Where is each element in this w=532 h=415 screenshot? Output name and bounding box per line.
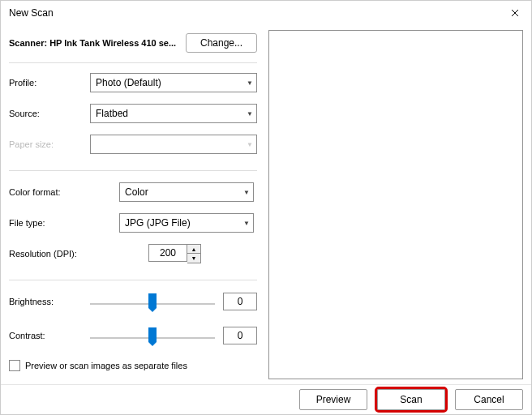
resolution-spinner: ▲ ▼ [187, 244, 201, 263]
source-value: Flatbed [96, 108, 128, 119]
divider [9, 280, 257, 280]
profile-label: Profile: [9, 78, 90, 88]
chevron-down-icon: ▼ [247, 110, 253, 118]
color-format-label: Color format: [9, 187, 119, 197]
chevron-down-icon: ▼ [243, 220, 250, 227]
slider-thumb[interactable] [148, 293, 157, 308]
cancel-button[interactable]: Cancel [455, 389, 523, 410]
resolution-input[interactable] [148, 244, 187, 262]
scanner-label: Scanner: HP Ink Tank Wireless 410 se... [9, 38, 176, 48]
paper-size-select: ▼ [90, 135, 257, 154]
close-icon [511, 9, 519, 17]
source-label: Source: [9, 109, 90, 118]
brightness-input[interactable] [223, 293, 257, 310]
content-area: Scanner: HP Ink Tank Wireless 410 se... … [1, 25, 531, 384]
brightness-label: Brightness: [9, 297, 90, 306]
chevron-down-icon: ▼ [247, 141, 253, 148]
color-format-select[interactable]: Color ▼ [119, 182, 254, 202]
spin-down-button[interactable]: ▼ [187, 254, 200, 263]
contrast-slider[interactable] [90, 326, 215, 345]
settings-panel: Scanner: HP Ink Tank Wireless 410 se... … [1, 25, 267, 384]
close-button[interactable] [499, 1, 531, 25]
contrast-label: Contrast: [9, 331, 90, 340]
file-type-select[interactable]: JPG (JPG File) ▼ [119, 213, 254, 233]
separate-files-checkbox[interactable] [9, 360, 20, 371]
brightness-slider[interactable] [90, 292, 215, 311]
contrast-input[interactable] [223, 327, 257, 344]
preview-area [268, 30, 523, 379]
slider-thumb[interactable] [148, 327, 157, 342]
profile-value: Photo (Default) [96, 77, 161, 88]
titlebar: New Scan [1, 1, 531, 25]
profile-select[interactable]: Photo (Default) ▼ [90, 73, 257, 92]
color-format-value: Color [125, 186, 148, 198]
resolution-label: Resolution (DPI): [9, 249, 119, 259]
file-type-value: JPG (JPG File) [125, 217, 191, 229]
window-title: New Scan [9, 7, 54, 19]
divider [9, 170, 257, 171]
change-button[interactable]: Change... [186, 33, 257, 53]
chevron-down-icon: ▼ [243, 189, 250, 196]
paper-size-label: Paper size: [9, 139, 90, 149]
source-select[interactable]: Flatbed ▼ [90, 104, 257, 123]
divider [9, 62, 257, 63]
scan-button[interactable]: Scan [377, 389, 445, 410]
chevron-down-icon: ▼ [247, 79, 253, 87]
separate-files-label: Preview or scan images as separate files [25, 361, 187, 370]
preview-button[interactable]: Preview [299, 389, 367, 410]
footer: Preview Scan Cancel [1, 384, 531, 414]
spin-up-button[interactable]: ▲ [187, 245, 200, 254]
file-type-label: File type: [9, 218, 119, 228]
